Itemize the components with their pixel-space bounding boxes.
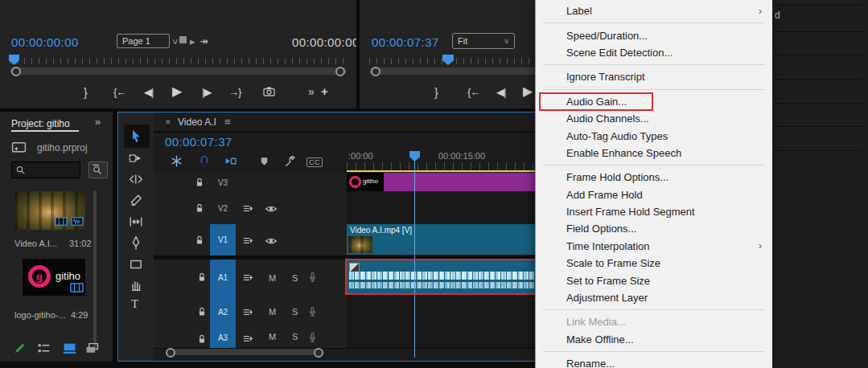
project-tab[interactable]: Project: gitiho xyxy=(11,118,70,129)
list-view-button[interactable] xyxy=(37,341,51,355)
menu-item-make-offline[interactable]: Make Offline... xyxy=(536,331,772,348)
captions-icon[interactable]: CC xyxy=(306,157,323,167)
snap-magnet-icon[interactable]: ∩ xyxy=(200,151,209,167)
lock-icon[interactable] xyxy=(196,333,208,345)
voiceover-mic-icon[interactable] xyxy=(306,271,319,284)
project-scrollbar[interactable] xyxy=(93,190,97,347)
timeline-tab-label[interactable]: Video A.I xyxy=(178,117,216,128)
project-file-name[interactable]: gitiho.prproj xyxy=(37,142,88,153)
goto-out-button[interactable]: →} xyxy=(228,87,241,97)
menu-item-enable-enhance-speech[interactable]: Enable Enhance Speech xyxy=(536,145,772,162)
sync-lock-icon[interactable] xyxy=(242,272,254,284)
playhead-grip[interactable] xyxy=(409,151,420,162)
icon-view-button[interactable] xyxy=(63,341,76,355)
lock-icon[interactable] xyxy=(194,235,205,246)
toggle-track-output-eye-icon[interactable] xyxy=(265,235,278,247)
timeline-scroll-handle-right[interactable] xyxy=(314,348,323,358)
panel-hamburger-icon[interactable]: ≡ xyxy=(224,116,231,128)
clip-name[interactable]: Video A.I... xyxy=(14,239,57,248)
sync-lock-icon[interactable] xyxy=(242,202,254,215)
page-caret-icon[interactable]: ˅ xyxy=(172,37,179,47)
program-step-back-button[interactable]: ◀| xyxy=(496,87,505,97)
program-scrollbar[interactable] xyxy=(369,67,535,75)
page-play-icon[interactable]: ▸ xyxy=(190,36,195,47)
step-forward-button[interactable]: |▶ xyxy=(202,87,211,97)
track-target-a2[interactable]: A2 xyxy=(210,296,236,328)
rectangle-tool[interactable] xyxy=(129,257,143,272)
play-button[interactable]: ▶ xyxy=(172,85,182,98)
track-target-a3[interactable]: A3 xyxy=(210,328,236,348)
selection-tool[interactable] xyxy=(129,129,143,143)
program-mark-icon[interactable]: } xyxy=(434,87,438,98)
menu-item-scale-to-frame-size[interactable]: Scale to Frame Size xyxy=(536,255,772,272)
menu-item-insert-frame-hold-segment[interactable]: Insert Frame Hold Segment xyxy=(536,203,772,220)
track-target-v2[interactable]: V2 xyxy=(210,192,236,224)
type-tool[interactable]: T xyxy=(131,297,138,311)
export-frame-camera-icon[interactable] xyxy=(262,85,276,98)
slip-tool[interactable] xyxy=(129,215,143,229)
menu-item-frame-hold-options[interactable]: Frame Hold Options... xyxy=(536,169,772,186)
lock-icon[interactable] xyxy=(196,306,208,317)
program-play-button[interactable]: ▶ xyxy=(523,85,533,98)
panel-menu-chevron-icon[interactable]: » xyxy=(95,116,99,128)
voiceover-mic-icon[interactable] xyxy=(306,331,319,344)
lock-icon[interactable] xyxy=(194,177,205,188)
track-target-v1[interactable]: V1 xyxy=(210,224,236,256)
source-scrollbar[interactable] xyxy=(10,67,347,75)
timeline-settings-wrench-icon[interactable] xyxy=(284,155,297,168)
lock-icon[interactable] xyxy=(196,272,208,283)
solo-button[interactable]: S xyxy=(292,332,298,341)
menu-item-ignore-transcript[interactable]: Ignore Transcript xyxy=(536,68,772,85)
source-scroll-handle-left[interactable] xyxy=(11,67,21,76)
arrow-into-icon[interactable]: ↠ xyxy=(200,36,208,47)
menu-item-speed-duration[interactable]: Speed/Duration... xyxy=(536,27,772,43)
writable-pencil-icon[interactable] xyxy=(13,341,27,355)
solo-button[interactable]: S xyxy=(292,307,298,317)
sync-lock-icon[interactable] xyxy=(242,306,254,318)
hand-tool[interactable] xyxy=(129,278,143,292)
menu-item-add-frame-hold[interactable]: Add Frame Hold xyxy=(536,186,772,203)
clip-thumbnail-video[interactable] xyxy=(14,191,85,230)
track-target-a1[interactable]: A1 xyxy=(210,260,236,296)
sync-lock-icon[interactable] xyxy=(242,333,254,345)
search-input[interactable] xyxy=(11,162,80,178)
timeline-scroll-handle-left[interactable] xyxy=(166,348,175,358)
menu-item-label[interactable]: Label › xyxy=(536,2,772,19)
nest-sequence-icon[interactable] xyxy=(170,154,183,168)
freeform-view-button[interactable] xyxy=(85,341,99,355)
close-tab-icon[interactable]: × xyxy=(165,116,171,128)
menu-item-set-to-frame-size[interactable]: Set to Frame Size xyxy=(536,272,772,288)
menu-item-rename[interactable]: Rename... xyxy=(536,355,772,368)
menu-item-audio-gain[interactable]: Audio Gain... xyxy=(536,93,772,110)
mute-button[interactable]: M xyxy=(269,332,276,341)
clip-name[interactable]: logo-gitiho-... xyxy=(14,310,66,320)
track-target-v3[interactable]: V3 xyxy=(210,173,236,192)
ripple-edit-tool[interactable] xyxy=(129,172,143,186)
linked-selection-icon[interactable] xyxy=(224,154,237,168)
playhead-line[interactable] xyxy=(414,161,415,358)
toggle-track-output-eye-icon[interactable] xyxy=(265,202,278,215)
project-bin-icon[interactable] xyxy=(11,141,27,153)
menu-item-auto-tag-audio-types[interactable]: Auto-Tag Audio Types xyxy=(536,127,772,144)
menu-item-audio-channels[interactable]: Audio Channels... xyxy=(536,110,772,127)
menu-item-field-options[interactable]: Field Options... xyxy=(536,220,772,237)
voiceover-mic-icon[interactable] xyxy=(306,305,319,318)
solo-button[interactable]: S xyxy=(292,273,298,283)
zoom-level-dropdown[interactable]: Fit ˅ xyxy=(452,33,515,49)
pen-tool[interactable] xyxy=(129,235,143,250)
add-marker-icon[interactable] xyxy=(258,156,270,168)
clip-thumbnail-logo[interactable]: g gitiho xyxy=(23,259,85,296)
menu-item-time-interpolation[interactable]: Time Interpolation › xyxy=(536,238,772,255)
menu-item-scene-edit-detection[interactable]: Scene Edit Detection... xyxy=(536,44,772,61)
mute-button[interactable]: M xyxy=(269,307,276,317)
find-button[interactable] xyxy=(88,162,108,178)
sync-lock-icon[interactable] xyxy=(242,235,254,247)
mute-button[interactable]: M xyxy=(269,273,276,283)
program-scroll-handle-left[interactable] xyxy=(371,67,381,76)
step-back-button[interactable]: ◀| xyxy=(144,87,153,97)
program-goto-in-button[interactable]: {← xyxy=(467,87,479,97)
goto-in-button[interactable]: {← xyxy=(113,87,125,97)
lock-icon[interactable] xyxy=(194,202,205,214)
track-select-forward-tool[interactable] xyxy=(129,151,143,166)
more-tools-chevron[interactable]: » xyxy=(308,86,315,97)
